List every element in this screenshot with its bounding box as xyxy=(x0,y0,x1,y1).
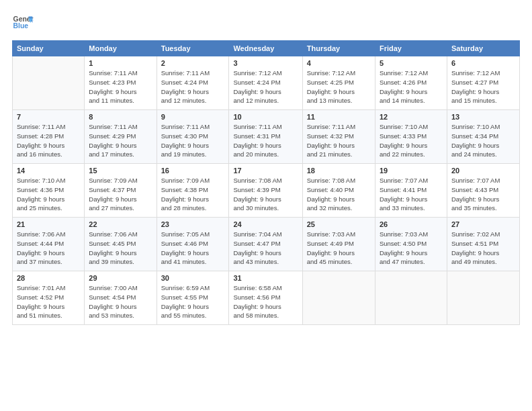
day-number: 12 xyxy=(380,113,443,121)
day-info: Sunrise: 7:12 AM Sunset: 4:25 PM Dayligh… xyxy=(307,68,371,105)
day-number: 29 xyxy=(89,274,152,282)
day-info: Sunrise: 7:10 AM Sunset: 4:34 PM Dayligh… xyxy=(451,122,515,159)
day-number: 5 xyxy=(380,59,443,67)
calendar-cell: 2Sunrise: 7:11 AM Sunset: 4:24 PM Daylig… xyxy=(157,56,229,110)
calendar-cell: 27Sunrise: 7:02 AM Sunset: 4:51 PM Dayli… xyxy=(447,218,519,271)
day-number: 20 xyxy=(451,167,515,175)
calendar-header-saturday: Saturday xyxy=(447,41,519,56)
calendar-cell: 24Sunrise: 7:04 AM Sunset: 4:47 PM Dayli… xyxy=(229,218,302,271)
day-info: Sunrise: 7:07 AM Sunset: 4:41 PM Dayligh… xyxy=(380,176,443,213)
day-number: 24 xyxy=(233,220,298,228)
day-number: 26 xyxy=(380,220,443,228)
calendar-cell: 3Sunrise: 7:12 AM Sunset: 4:24 PM Daylig… xyxy=(229,56,302,110)
calendar-cell: 19Sunrise: 7:07 AM Sunset: 4:41 PM Dayli… xyxy=(375,164,447,218)
calendar-cell: 25Sunrise: 7:03 AM Sunset: 4:49 PM Dayli… xyxy=(302,218,375,271)
calendar-cell: 15Sunrise: 7:09 AM Sunset: 4:37 PM Dayli… xyxy=(85,164,157,218)
calendar-cell: 9Sunrise: 7:11 AM Sunset: 4:30 PM Daylig… xyxy=(157,110,229,164)
calendar-cell xyxy=(13,56,85,110)
calendar-cell: 18Sunrise: 7:08 AM Sunset: 4:40 PM Dayli… xyxy=(302,164,375,218)
day-number: 9 xyxy=(161,113,225,121)
calendar-cell: 4Sunrise: 7:12 AM Sunset: 4:25 PM Daylig… xyxy=(302,56,375,110)
day-info: Sunrise: 7:11 AM Sunset: 4:31 PM Dayligh… xyxy=(233,122,298,159)
calendar-cell: 14Sunrise: 7:10 AM Sunset: 4:36 PM Dayli… xyxy=(13,164,85,218)
day-number: 13 xyxy=(451,113,515,121)
day-info: Sunrise: 7:11 AM Sunset: 4:30 PM Dayligh… xyxy=(161,122,225,159)
logo: General Blue xyxy=(12,12,34,34)
calendar-cell: 26Sunrise: 7:03 AM Sunset: 4:50 PM Dayli… xyxy=(375,218,447,271)
day-number: 30 xyxy=(161,274,225,282)
day-number: 27 xyxy=(451,220,515,228)
calendar-body: 1Sunrise: 7:11 AM Sunset: 4:23 PM Daylig… xyxy=(13,56,520,325)
day-number: 22 xyxy=(89,220,152,228)
day-info: Sunrise: 7:10 AM Sunset: 4:36 PM Dayligh… xyxy=(17,176,80,213)
calendar-cell xyxy=(447,271,519,325)
calendar-cell: 16Sunrise: 7:09 AM Sunset: 4:38 PM Dayli… xyxy=(157,164,229,218)
day-number: 25 xyxy=(307,220,371,228)
day-number: 8 xyxy=(89,113,152,121)
day-info: Sunrise: 7:04 AM Sunset: 4:47 PM Dayligh… xyxy=(233,230,298,267)
day-info: Sunrise: 7:09 AM Sunset: 4:38 PM Dayligh… xyxy=(161,176,225,213)
day-info: Sunrise: 7:02 AM Sunset: 4:51 PM Dayligh… xyxy=(451,230,515,267)
day-info: Sunrise: 6:58 AM Sunset: 4:56 PM Dayligh… xyxy=(233,283,298,320)
day-info: Sunrise: 7:00 AM Sunset: 4:54 PM Dayligh… xyxy=(89,283,152,320)
calendar-header-thursday: Thursday xyxy=(302,41,375,56)
day-number: 11 xyxy=(307,113,371,121)
calendar-cell: 31Sunrise: 6:58 AM Sunset: 4:56 PM Dayli… xyxy=(229,271,302,325)
day-number: 10 xyxy=(233,113,298,121)
logo-icon: General Blue xyxy=(12,12,34,34)
day-number: 2 xyxy=(161,59,225,67)
calendar-header-sunday: Sunday xyxy=(13,41,85,56)
calendar-header-row: SundayMondayTuesdayWednesdayThursdayFrid… xyxy=(13,41,520,56)
calendar-cell: 29Sunrise: 7:00 AM Sunset: 4:54 PM Dayli… xyxy=(85,271,157,325)
calendar-cell: 30Sunrise: 6:59 AM Sunset: 4:55 PM Dayli… xyxy=(157,271,229,325)
day-number: 6 xyxy=(451,59,515,67)
day-info: Sunrise: 7:12 AM Sunset: 4:24 PM Dayligh… xyxy=(233,68,298,105)
calendar-cell xyxy=(375,271,447,325)
day-info: Sunrise: 7:01 AM Sunset: 4:52 PM Dayligh… xyxy=(17,283,80,320)
day-number: 3 xyxy=(233,59,298,67)
day-info: Sunrise: 7:05 AM Sunset: 4:46 PM Dayligh… xyxy=(161,230,225,267)
day-info: Sunrise: 7:08 AM Sunset: 4:39 PM Dayligh… xyxy=(233,176,298,213)
day-info: Sunrise: 7:06 AM Sunset: 4:44 PM Dayligh… xyxy=(17,230,80,267)
calendar-week-1: 1Sunrise: 7:11 AM Sunset: 4:23 PM Daylig… xyxy=(13,56,520,110)
day-number: 7 xyxy=(17,113,80,121)
calendar-cell: 6Sunrise: 7:12 AM Sunset: 4:27 PM Daylig… xyxy=(447,56,519,110)
calendar-cell: 17Sunrise: 7:08 AM Sunset: 4:39 PM Dayli… xyxy=(229,164,302,218)
calendar-header-wednesday: Wednesday xyxy=(229,41,302,56)
calendar-cell: 20Sunrise: 7:07 AM Sunset: 4:43 PM Dayli… xyxy=(447,164,519,218)
day-info: Sunrise: 7:11 AM Sunset: 4:28 PM Dayligh… xyxy=(17,122,80,159)
day-number: 15 xyxy=(89,167,152,175)
calendar-cell: 28Sunrise: 7:01 AM Sunset: 4:52 PM Dayli… xyxy=(13,271,85,325)
day-number: 23 xyxy=(161,220,225,228)
day-number: 21 xyxy=(17,220,80,228)
calendar-cell: 22Sunrise: 7:06 AM Sunset: 4:45 PM Dayli… xyxy=(85,218,157,271)
day-info: Sunrise: 7:11 AM Sunset: 4:32 PM Dayligh… xyxy=(307,122,371,159)
calendar-week-4: 21Sunrise: 7:06 AM Sunset: 4:44 PM Dayli… xyxy=(13,218,520,271)
calendar-cell: 11Sunrise: 7:11 AM Sunset: 4:32 PM Dayli… xyxy=(302,110,375,164)
calendar-cell: 5Sunrise: 7:12 AM Sunset: 4:26 PM Daylig… xyxy=(375,56,447,110)
day-number: 19 xyxy=(380,167,443,175)
calendar-header-friday: Friday xyxy=(375,41,447,56)
calendar-week-3: 14Sunrise: 7:10 AM Sunset: 4:36 PM Dayli… xyxy=(13,164,520,218)
day-info: Sunrise: 7:10 AM Sunset: 4:33 PM Dayligh… xyxy=(380,122,443,159)
calendar-header-monday: Monday xyxy=(85,41,157,56)
svg-text:Blue: Blue xyxy=(13,22,29,30)
calendar-cell: 23Sunrise: 7:05 AM Sunset: 4:46 PM Dayli… xyxy=(157,218,229,271)
page-header: General Blue xyxy=(12,12,520,34)
day-number: 31 xyxy=(233,274,298,282)
calendar-cell: 7Sunrise: 7:11 AM Sunset: 4:28 PM Daylig… xyxy=(13,110,85,164)
calendar-cell: 8Sunrise: 7:11 AM Sunset: 4:29 PM Daylig… xyxy=(85,110,157,164)
calendar-cell: 21Sunrise: 7:06 AM Sunset: 4:44 PM Dayli… xyxy=(13,218,85,271)
day-info: Sunrise: 7:09 AM Sunset: 4:37 PM Dayligh… xyxy=(89,176,152,213)
calendar-cell xyxy=(302,271,375,325)
calendar-week-2: 7Sunrise: 7:11 AM Sunset: 4:28 PM Daylig… xyxy=(13,110,520,164)
day-number: 4 xyxy=(307,59,371,67)
calendar-cell: 12Sunrise: 7:10 AM Sunset: 4:33 PM Dayli… xyxy=(375,110,447,164)
day-number: 28 xyxy=(17,274,80,282)
day-info: Sunrise: 7:03 AM Sunset: 4:49 PM Dayligh… xyxy=(307,230,371,267)
day-number: 16 xyxy=(161,167,225,175)
day-number: 14 xyxy=(17,167,80,175)
day-number: 17 xyxy=(233,167,298,175)
day-info: Sunrise: 6:59 AM Sunset: 4:55 PM Dayligh… xyxy=(161,283,225,320)
calendar-table: SundayMondayTuesdayWednesdayThursdayFrid… xyxy=(12,40,520,325)
